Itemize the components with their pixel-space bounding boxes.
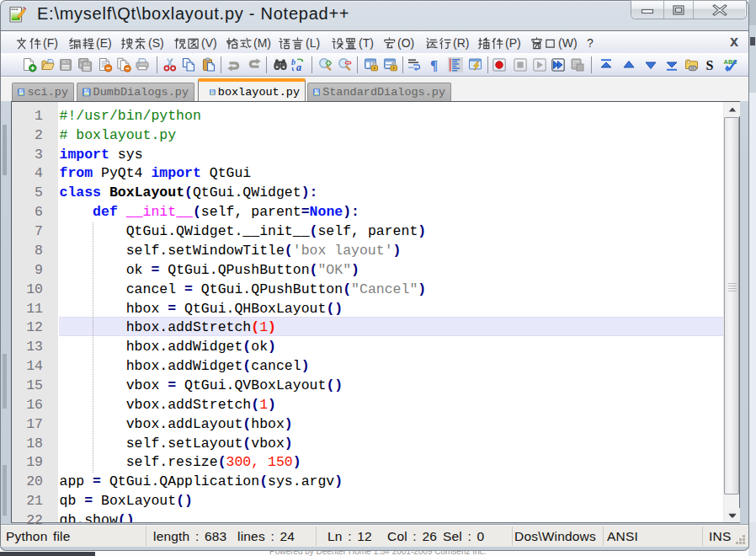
svg-text:S: S <box>706 58 714 72</box>
svg-text:a: a <box>296 61 301 72</box>
svg-text:b: b <box>291 57 295 67</box>
svg-text:¶: ¶ <box>430 57 438 72</box>
